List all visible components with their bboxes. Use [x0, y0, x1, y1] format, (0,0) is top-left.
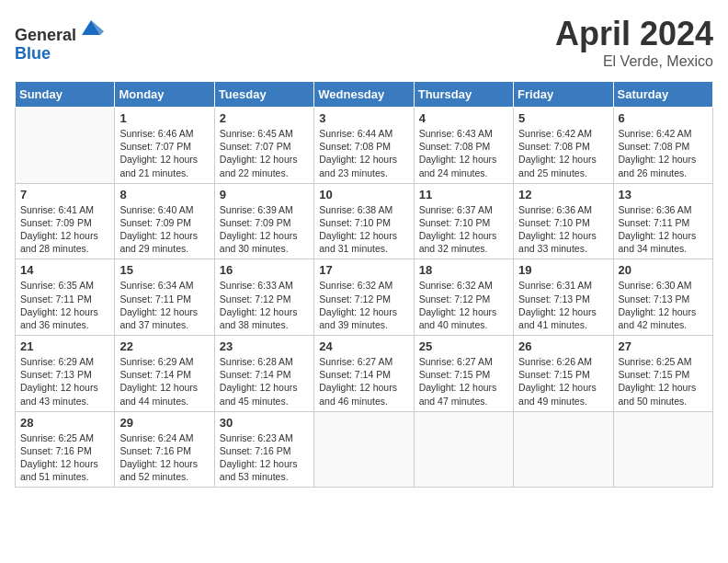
day-info: Sunrise: 6:41 AM Sunset: 7:09 PM Dayligh… [20, 203, 109, 256]
day-number: 2 [220, 111, 309, 125]
day-info: Sunrise: 6:42 AM Sunset: 7:08 PM Dayligh… [619, 127, 708, 179]
day-info: Sunrise: 6:37 AM Sunset: 7:10 PM Dayligh… [419, 203, 508, 256]
day-number: 30 [220, 416, 309, 430]
calendar-day-cell: 1 Sunrise: 6:46 AM Sunset: 7:07 PM Dayli… [115, 108, 214, 184]
day-number: 21 [20, 339, 109, 353]
calendar-day-cell: 25 Sunrise: 6:27 AM Sunset: 7:15 PM Dayl… [414, 336, 513, 412]
location: El Verde, Mexico [555, 53, 713, 70]
weekday-header: Sunday [16, 82, 115, 108]
calendar-week-row: 21 Sunrise: 6:29 AM Sunset: 7:13 PM Dayl… [16, 336, 713, 412]
day-number: 14 [20, 263, 109, 277]
day-number: 17 [319, 263, 408, 277]
day-number: 3 [319, 111, 408, 125]
day-number: 8 [119, 188, 209, 201]
day-info: Sunrise: 6:42 AM Sunset: 7:08 PM Dayligh… [518, 127, 608, 179]
calendar-day-cell: 10 Sunrise: 6:38 AM Sunset: 7:10 PM Dayl… [314, 183, 414, 259]
day-info: Sunrise: 6:46 AM Sunset: 7:07 PM Dayligh… [119, 127, 209, 179]
day-info: Sunrise: 6:27 AM Sunset: 7:15 PM Dayligh… [419, 355, 508, 408]
day-info: Sunrise: 6:32 AM Sunset: 7:12 PM Dayligh… [319, 279, 408, 331]
day-number: 13 [619, 188, 708, 201]
day-number: 25 [419, 339, 508, 353]
day-info: Sunrise: 6:24 AM Sunset: 7:16 PM Dayligh… [119, 431, 209, 484]
weekday-header: Tuesday [214, 82, 313, 108]
day-number: 4 [419, 111, 508, 125]
day-number: 20 [619, 263, 708, 277]
calendar-day-cell: 3 Sunrise: 6:44 AM Sunset: 7:08 PM Dayli… [314, 108, 414, 184]
day-number: 23 [220, 339, 309, 353]
day-info: Sunrise: 6:45 AM Sunset: 7:07 PM Dayligh… [220, 127, 309, 179]
calendar-day-cell: 24 Sunrise: 6:27 AM Sunset: 7:14 PM Dayl… [314, 336, 414, 412]
calendar-table: SundayMondayTuesdayWednesdayThursdayFrid… [15, 81, 713, 488]
calendar-day-cell: 28 Sunrise: 6:25 AM Sunset: 7:16 PM Dayl… [16, 411, 115, 488]
day-info: Sunrise: 6:36 AM Sunset: 7:10 PM Dayligh… [518, 203, 608, 256]
day-info: Sunrise: 6:29 AM Sunset: 7:13 PM Dayligh… [20, 355, 109, 408]
calendar-day-cell [16, 108, 115, 184]
day-info: Sunrise: 6:36 AM Sunset: 7:11 PM Dayligh… [619, 203, 708, 256]
calendar-day-cell: 12 Sunrise: 6:36 AM Sunset: 7:10 PM Dayl… [514, 183, 613, 259]
calendar-day-cell: 17 Sunrise: 6:32 AM Sunset: 7:12 PM Dayl… [314, 259, 414, 336]
calendar-week-row: 1 Sunrise: 6:46 AM Sunset: 7:07 PM Dayli… [16, 108, 713, 184]
calendar-day-cell: 7 Sunrise: 6:41 AM Sunset: 7:09 PM Dayli… [16, 183, 115, 259]
page-header: General Blue April 2024 El Verde, Mexico [15, 15, 713, 70]
logo: General Blue [15, 15, 104, 63]
day-info: Sunrise: 6:38 AM Sunset: 7:10 PM Dayligh… [319, 203, 408, 256]
weekday-header-row: SundayMondayTuesdayWednesdayThursdayFrid… [16, 82, 713, 108]
day-number: 16 [220, 263, 309, 277]
day-number: 18 [419, 263, 508, 277]
calendar-day-cell: 4 Sunrise: 6:43 AM Sunset: 7:08 PM Dayli… [414, 108, 513, 184]
day-number: 26 [518, 339, 608, 353]
day-info: Sunrise: 6:40 AM Sunset: 7:09 PM Dayligh… [119, 203, 209, 256]
logo-icon [78, 15, 104, 40]
day-number: 24 [319, 339, 408, 353]
calendar-day-cell: 23 Sunrise: 6:28 AM Sunset: 7:14 PM Dayl… [214, 336, 313, 412]
day-number: 27 [619, 339, 708, 353]
calendar-day-cell: 19 Sunrise: 6:31 AM Sunset: 7:13 PM Dayl… [514, 259, 613, 336]
day-number: 29 [119, 416, 209, 430]
calendar-week-row: 28 Sunrise: 6:25 AM Sunset: 7:16 PM Dayl… [16, 411, 713, 488]
calendar-day-cell: 26 Sunrise: 6:26 AM Sunset: 7:15 PM Dayl… [514, 336, 613, 412]
calendar-day-cell: 18 Sunrise: 6:32 AM Sunset: 7:12 PM Dayl… [414, 259, 513, 336]
day-number: 7 [20, 188, 109, 201]
calendar-day-cell: 20 Sunrise: 6:30 AM Sunset: 7:13 PM Dayl… [613, 259, 712, 336]
calendar-day-cell [514, 411, 613, 488]
day-info: Sunrise: 6:34 AM Sunset: 7:11 PM Dayligh… [119, 279, 209, 331]
calendar-day-cell: 13 Sunrise: 6:36 AM Sunset: 7:11 PM Dayl… [613, 183, 712, 259]
calendar-day-cell: 8 Sunrise: 6:40 AM Sunset: 7:09 PM Dayli… [115, 183, 214, 259]
calendar-day-cell: 16 Sunrise: 6:33 AM Sunset: 7:12 PM Dayl… [214, 259, 313, 336]
day-number: 9 [220, 188, 309, 201]
calendar-day-cell: 11 Sunrise: 6:37 AM Sunset: 7:10 PM Dayl… [414, 183, 513, 259]
calendar-day-cell [613, 411, 712, 488]
day-number: 6 [619, 111, 708, 125]
day-number: 28 [20, 416, 109, 430]
day-info: Sunrise: 6:25 AM Sunset: 7:15 PM Dayligh… [619, 355, 708, 408]
day-number: 19 [518, 263, 608, 277]
day-info: Sunrise: 6:23 AM Sunset: 7:16 PM Dayligh… [220, 431, 309, 484]
day-number: 11 [419, 188, 508, 201]
calendar-day-cell: 15 Sunrise: 6:34 AM Sunset: 7:11 PM Dayl… [115, 259, 214, 336]
day-number: 10 [319, 188, 408, 201]
day-info: Sunrise: 6:31 AM Sunset: 7:13 PM Dayligh… [518, 279, 608, 331]
day-number: 1 [119, 111, 209, 125]
weekday-header: Saturday [613, 82, 712, 108]
calendar-day-cell [414, 411, 513, 488]
day-info: Sunrise: 6:26 AM Sunset: 7:15 PM Dayligh… [518, 355, 608, 408]
calendar-day-cell: 29 Sunrise: 6:24 AM Sunset: 7:16 PM Dayl… [115, 411, 214, 488]
calendar-day-cell: 9 Sunrise: 6:39 AM Sunset: 7:09 PM Dayli… [214, 183, 313, 259]
day-number: 15 [119, 263, 209, 277]
calendar-day-cell: 22 Sunrise: 6:29 AM Sunset: 7:14 PM Dayl… [115, 336, 214, 412]
day-number: 5 [518, 111, 608, 125]
logo-general: General [15, 26, 76, 44]
day-info: Sunrise: 6:33 AM Sunset: 7:12 PM Dayligh… [220, 279, 309, 331]
calendar-week-row: 14 Sunrise: 6:35 AM Sunset: 7:11 PM Dayl… [16, 259, 713, 336]
day-info: Sunrise: 6:27 AM Sunset: 7:14 PM Dayligh… [319, 355, 408, 408]
day-info: Sunrise: 6:25 AM Sunset: 7:16 PM Dayligh… [20, 431, 109, 484]
day-info: Sunrise: 6:29 AM Sunset: 7:14 PM Dayligh… [119, 355, 209, 408]
day-info: Sunrise: 6:32 AM Sunset: 7:12 PM Dayligh… [419, 279, 508, 331]
weekday-header: Thursday [414, 82, 513, 108]
calendar-day-cell: 6 Sunrise: 6:42 AM Sunset: 7:08 PM Dayli… [613, 108, 712, 184]
day-info: Sunrise: 6:39 AM Sunset: 7:09 PM Dayligh… [220, 203, 309, 256]
day-number: 12 [518, 188, 608, 201]
logo-blue: Blue [15, 44, 51, 63]
weekday-header: Friday [514, 82, 613, 108]
day-info: Sunrise: 6:35 AM Sunset: 7:11 PM Dayligh… [20, 279, 109, 331]
